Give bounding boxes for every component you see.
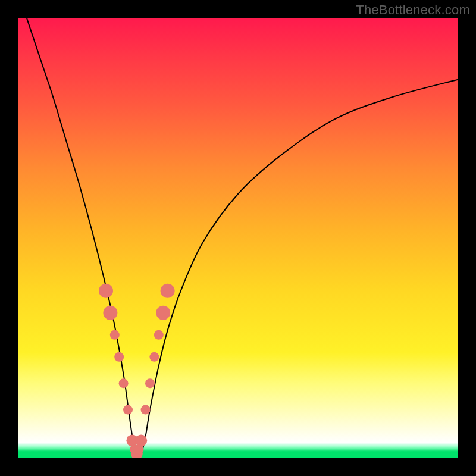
marker-dot xyxy=(123,405,133,415)
marker-dot xyxy=(145,378,155,388)
marker-dot xyxy=(119,378,129,388)
marker-dot xyxy=(110,330,120,340)
marker-dot xyxy=(114,352,124,362)
marker-dot xyxy=(103,306,117,320)
chart-frame xyxy=(18,18,458,458)
chart-svg xyxy=(18,18,458,458)
marker-dot xyxy=(141,405,151,415)
bottleneck-curve xyxy=(27,18,458,456)
marker-dot xyxy=(135,434,147,446)
marker-group xyxy=(99,284,175,458)
marker-dot xyxy=(161,284,175,298)
marker-dot xyxy=(156,306,170,320)
marker-dot xyxy=(149,352,159,362)
watermark-text: TheBottleneck.com xyxy=(356,2,470,18)
marker-dot xyxy=(134,444,144,454)
marker-dot xyxy=(154,330,164,340)
marker-dot xyxy=(99,284,113,298)
